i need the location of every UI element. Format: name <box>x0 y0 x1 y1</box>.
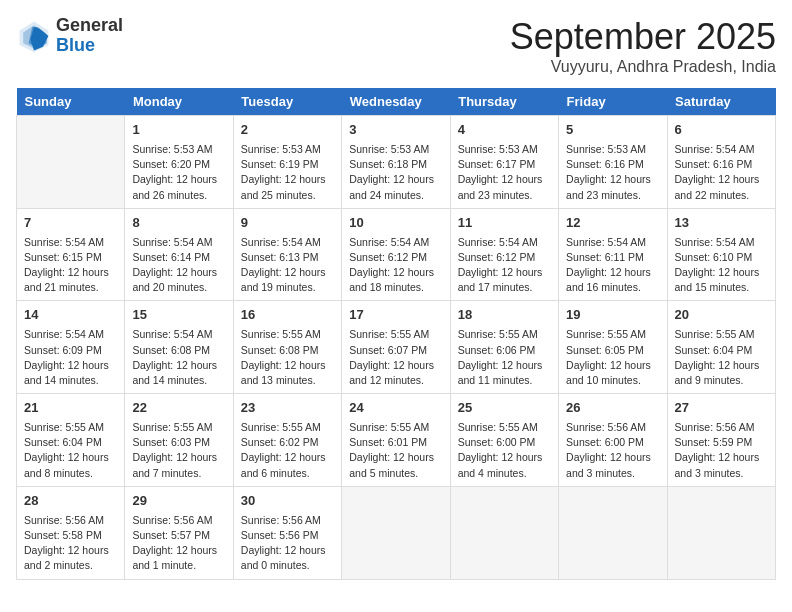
title-block: September 2025 Vuyyuru, Andhra Pradesh, … <box>510 16 776 76</box>
day-info: Sunrise: 5:55 AM Sunset: 6:00 PM Dayligh… <box>458 420 551 481</box>
day-number: 17 <box>349 306 442 325</box>
month-title: September 2025 <box>510 16 776 58</box>
day-number: 30 <box>241 492 334 511</box>
day-number: 26 <box>566 399 659 418</box>
calendar-day-cell: 9Sunrise: 5:54 AM Sunset: 6:13 PM Daylig… <box>233 208 341 301</box>
calendar-day-cell: 2Sunrise: 5:53 AM Sunset: 6:19 PM Daylig… <box>233 116 341 209</box>
calendar-day-cell: 26Sunrise: 5:56 AM Sunset: 6:00 PM Dayli… <box>559 394 667 487</box>
day-info: Sunrise: 5:56 AM Sunset: 5:58 PM Dayligh… <box>24 513 117 574</box>
day-info: Sunrise: 5:54 AM Sunset: 6:12 PM Dayligh… <box>349 235 442 296</box>
calendar-week-row: 28Sunrise: 5:56 AM Sunset: 5:58 PM Dayli… <box>17 486 776 579</box>
day-info: Sunrise: 5:54 AM Sunset: 6:14 PM Dayligh… <box>132 235 225 296</box>
calendar-day-cell: 8Sunrise: 5:54 AM Sunset: 6:14 PM Daylig… <box>125 208 233 301</box>
calendar-day-cell: 25Sunrise: 5:55 AM Sunset: 6:00 PM Dayli… <box>450 394 558 487</box>
day-number: 15 <box>132 306 225 325</box>
day-number: 4 <box>458 121 551 140</box>
calendar-week-row: 21Sunrise: 5:55 AM Sunset: 6:04 PM Dayli… <box>17 394 776 487</box>
day-info: Sunrise: 5:53 AM Sunset: 6:18 PM Dayligh… <box>349 142 442 203</box>
weekday-header-row: SundayMondayTuesdayWednesdayThursdayFrid… <box>17 88 776 116</box>
day-info: Sunrise: 5:54 AM Sunset: 6:15 PM Dayligh… <box>24 235 117 296</box>
day-info: Sunrise: 5:53 AM Sunset: 6:16 PM Dayligh… <box>566 142 659 203</box>
day-info: Sunrise: 5:53 AM Sunset: 6:19 PM Dayligh… <box>241 142 334 203</box>
day-number: 27 <box>675 399 768 418</box>
calendar-day-cell: 11Sunrise: 5:54 AM Sunset: 6:12 PM Dayli… <box>450 208 558 301</box>
calendar-day-cell: 30Sunrise: 5:56 AM Sunset: 5:56 PM Dayli… <box>233 486 341 579</box>
calendar-day-cell: 28Sunrise: 5:56 AM Sunset: 5:58 PM Dayli… <box>17 486 125 579</box>
logo: General Blue <box>16 16 123 56</box>
day-info: Sunrise: 5:54 AM Sunset: 6:08 PM Dayligh… <box>132 327 225 388</box>
calendar-day-cell <box>667 486 775 579</box>
day-info: Sunrise: 5:55 AM Sunset: 6:06 PM Dayligh… <box>458 327 551 388</box>
day-number: 6 <box>675 121 768 140</box>
day-number: 29 <box>132 492 225 511</box>
logo-general-text: General <box>56 15 123 35</box>
weekday-header-cell: Saturday <box>667 88 775 116</box>
day-number: 12 <box>566 214 659 233</box>
calendar-day-cell: 10Sunrise: 5:54 AM Sunset: 6:12 PM Dayli… <box>342 208 450 301</box>
day-info: Sunrise: 5:55 AM Sunset: 6:03 PM Dayligh… <box>132 420 225 481</box>
day-number: 10 <box>349 214 442 233</box>
day-number: 3 <box>349 121 442 140</box>
day-number: 11 <box>458 214 551 233</box>
calendar-day-cell <box>342 486 450 579</box>
day-info: Sunrise: 5:54 AM Sunset: 6:11 PM Dayligh… <box>566 235 659 296</box>
calendar-day-cell: 4Sunrise: 5:53 AM Sunset: 6:17 PM Daylig… <box>450 116 558 209</box>
day-info: Sunrise: 5:56 AM Sunset: 5:59 PM Dayligh… <box>675 420 768 481</box>
day-number: 5 <box>566 121 659 140</box>
weekday-header-cell: Tuesday <box>233 88 341 116</box>
day-number: 21 <box>24 399 117 418</box>
day-info: Sunrise: 5:55 AM Sunset: 6:07 PM Dayligh… <box>349 327 442 388</box>
calendar-day-cell: 14Sunrise: 5:54 AM Sunset: 6:09 PM Dayli… <box>17 301 125 394</box>
calendar-week-row: 14Sunrise: 5:54 AM Sunset: 6:09 PM Dayli… <box>17 301 776 394</box>
calendar-week-row: 7Sunrise: 5:54 AM Sunset: 6:15 PM Daylig… <box>17 208 776 301</box>
day-number: 25 <box>458 399 551 418</box>
day-number: 7 <box>24 214 117 233</box>
day-number: 16 <box>241 306 334 325</box>
location: Vuyyuru, Andhra Pradesh, India <box>510 58 776 76</box>
day-info: Sunrise: 5:55 AM Sunset: 6:01 PM Dayligh… <box>349 420 442 481</box>
day-info: Sunrise: 5:54 AM Sunset: 6:10 PM Dayligh… <box>675 235 768 296</box>
calendar-day-cell: 23Sunrise: 5:55 AM Sunset: 6:02 PM Dayli… <box>233 394 341 487</box>
day-info: Sunrise: 5:53 AM Sunset: 6:17 PM Dayligh… <box>458 142 551 203</box>
calendar-day-cell: 18Sunrise: 5:55 AM Sunset: 6:06 PM Dayli… <box>450 301 558 394</box>
day-info: Sunrise: 5:55 AM Sunset: 6:04 PM Dayligh… <box>675 327 768 388</box>
weekday-header-cell: Thursday <box>450 88 558 116</box>
day-number: 20 <box>675 306 768 325</box>
weekday-header-cell: Monday <box>125 88 233 116</box>
calendar-day-cell: 3Sunrise: 5:53 AM Sunset: 6:18 PM Daylig… <box>342 116 450 209</box>
calendar-day-cell: 1Sunrise: 5:53 AM Sunset: 6:20 PM Daylig… <box>125 116 233 209</box>
calendar-day-cell: 16Sunrise: 5:55 AM Sunset: 6:08 PM Dayli… <box>233 301 341 394</box>
weekday-header-cell: Friday <box>559 88 667 116</box>
day-number: 22 <box>132 399 225 418</box>
weekday-header-cell: Sunday <box>17 88 125 116</box>
day-number: 2 <box>241 121 334 140</box>
logo-blue-text: Blue <box>56 35 95 55</box>
day-number: 18 <box>458 306 551 325</box>
day-info: Sunrise: 5:56 AM Sunset: 6:00 PM Dayligh… <box>566 420 659 481</box>
day-info: Sunrise: 5:56 AM Sunset: 5:57 PM Dayligh… <box>132 513 225 574</box>
day-info: Sunrise: 5:53 AM Sunset: 6:20 PM Dayligh… <box>132 142 225 203</box>
day-info: Sunrise: 5:54 AM Sunset: 6:16 PM Dayligh… <box>675 142 768 203</box>
day-info: Sunrise: 5:54 AM Sunset: 6:12 PM Dayligh… <box>458 235 551 296</box>
day-number: 8 <box>132 214 225 233</box>
calendar-day-cell <box>450 486 558 579</box>
day-number: 1 <box>132 121 225 140</box>
day-number: 23 <box>241 399 334 418</box>
day-number: 13 <box>675 214 768 233</box>
day-info: Sunrise: 5:56 AM Sunset: 5:56 PM Dayligh… <box>241 513 334 574</box>
calendar-day-cell: 21Sunrise: 5:55 AM Sunset: 6:04 PM Dayli… <box>17 394 125 487</box>
calendar-day-cell: 6Sunrise: 5:54 AM Sunset: 6:16 PM Daylig… <box>667 116 775 209</box>
day-info: Sunrise: 5:55 AM Sunset: 6:05 PM Dayligh… <box>566 327 659 388</box>
calendar-day-cell: 12Sunrise: 5:54 AM Sunset: 6:11 PM Dayli… <box>559 208 667 301</box>
calendar-day-cell: 7Sunrise: 5:54 AM Sunset: 6:15 PM Daylig… <box>17 208 125 301</box>
calendar-day-cell: 5Sunrise: 5:53 AM Sunset: 6:16 PM Daylig… <box>559 116 667 209</box>
day-info: Sunrise: 5:55 AM Sunset: 6:08 PM Dayligh… <box>241 327 334 388</box>
day-number: 24 <box>349 399 442 418</box>
day-number: 9 <box>241 214 334 233</box>
calendar-day-cell: 22Sunrise: 5:55 AM Sunset: 6:03 PM Dayli… <box>125 394 233 487</box>
calendar-week-row: 1Sunrise: 5:53 AM Sunset: 6:20 PM Daylig… <box>17 116 776 209</box>
day-info: Sunrise: 5:55 AM Sunset: 6:04 PM Dayligh… <box>24 420 117 481</box>
day-number: 14 <box>24 306 117 325</box>
calendar-day-cell: 19Sunrise: 5:55 AM Sunset: 6:05 PM Dayli… <box>559 301 667 394</box>
calendar-day-cell <box>559 486 667 579</box>
